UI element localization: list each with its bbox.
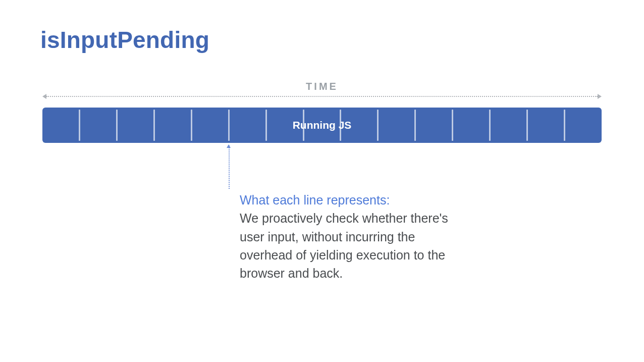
check-tick — [79, 110, 80, 141]
check-tick — [116, 110, 118, 141]
arrow-up-icon — [227, 144, 231, 148]
time-axis-dots — [46, 96, 598, 97]
slide-title: isInputPending — [40, 26, 209, 54]
check-tick — [414, 110, 416, 141]
arrow-left-icon — [42, 94, 46, 99]
check-tick — [377, 110, 379, 141]
slide: isInputPending TIME Running JS What each… — [0, 0, 644, 362]
annotation-body: We proactively check whether there's use… — [240, 211, 448, 280]
check-tick — [526, 110, 528, 141]
annotation-text: What each line represents: We proactivel… — [240, 191, 452, 282]
callout-line — [229, 145, 230, 189]
check-tick — [153, 110, 155, 141]
check-tick — [489, 110, 491, 141]
running-js-label: Running JS — [293, 119, 352, 131]
check-tick — [340, 110, 341, 141]
time-axis-label: TIME — [0, 81, 644, 92]
time-axis — [42, 94, 602, 99]
check-tick — [191, 110, 192, 141]
check-tick — [228, 110, 230, 141]
check-tick — [303, 110, 304, 141]
check-tick — [265, 110, 267, 141]
arrow-right-icon — [598, 94, 602, 99]
annotation-lead: What each line represents: — [240, 193, 390, 207]
running-js-bar: Running JS — [42, 108, 602, 143]
check-tick — [564, 110, 565, 141]
check-tick — [452, 110, 453, 141]
